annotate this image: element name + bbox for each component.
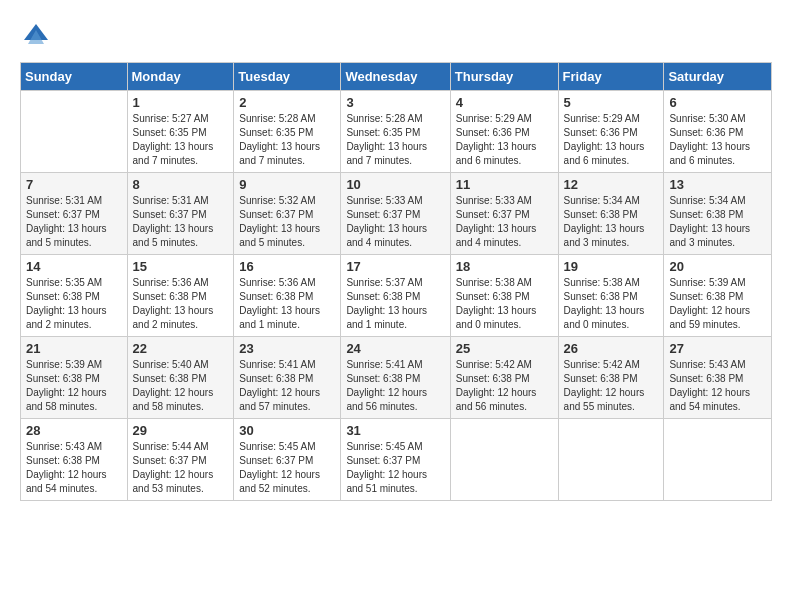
day-number: 6 bbox=[669, 95, 766, 110]
day-number: 10 bbox=[346, 177, 444, 192]
calendar-header-cell: Tuesday bbox=[234, 63, 341, 91]
day-number: 12 bbox=[564, 177, 659, 192]
calendar-header-cell: Friday bbox=[558, 63, 664, 91]
day-info: Sunrise: 5:31 AMSunset: 6:37 PMDaylight:… bbox=[26, 194, 122, 250]
calendar-cell: 22Sunrise: 5:40 AMSunset: 6:38 PMDayligh… bbox=[127, 337, 234, 419]
calendar-cell: 4Sunrise: 5:29 AMSunset: 6:36 PMDaylight… bbox=[450, 91, 558, 173]
calendar-cell: 2Sunrise: 5:28 AMSunset: 6:35 PMDaylight… bbox=[234, 91, 341, 173]
calendar-cell: 15Sunrise: 5:36 AMSunset: 6:38 PMDayligh… bbox=[127, 255, 234, 337]
day-number: 16 bbox=[239, 259, 335, 274]
day-info: Sunrise: 5:37 AMSunset: 6:38 PMDaylight:… bbox=[346, 276, 444, 332]
day-info: Sunrise: 5:44 AMSunset: 6:37 PMDaylight:… bbox=[133, 440, 229, 496]
calendar-header-cell: Thursday bbox=[450, 63, 558, 91]
day-info: Sunrise: 5:32 AMSunset: 6:37 PMDaylight:… bbox=[239, 194, 335, 250]
day-number: 25 bbox=[456, 341, 553, 356]
calendar-week-row: 14Sunrise: 5:35 AMSunset: 6:38 PMDayligh… bbox=[21, 255, 772, 337]
day-info: Sunrise: 5:29 AMSunset: 6:36 PMDaylight:… bbox=[456, 112, 553, 168]
calendar-cell: 17Sunrise: 5:37 AMSunset: 6:38 PMDayligh… bbox=[341, 255, 450, 337]
calendar-week-row: 1Sunrise: 5:27 AMSunset: 6:35 PMDaylight… bbox=[21, 91, 772, 173]
calendar-cell: 1Sunrise: 5:27 AMSunset: 6:35 PMDaylight… bbox=[127, 91, 234, 173]
page-header bbox=[20, 20, 772, 52]
day-info: Sunrise: 5:42 AMSunset: 6:38 PMDaylight:… bbox=[564, 358, 659, 414]
day-number: 24 bbox=[346, 341, 444, 356]
calendar-cell: 14Sunrise: 5:35 AMSunset: 6:38 PMDayligh… bbox=[21, 255, 128, 337]
day-info: Sunrise: 5:34 AMSunset: 6:38 PMDaylight:… bbox=[669, 194, 766, 250]
day-info: Sunrise: 5:38 AMSunset: 6:38 PMDaylight:… bbox=[564, 276, 659, 332]
day-number: 27 bbox=[669, 341, 766, 356]
day-info: Sunrise: 5:41 AMSunset: 6:38 PMDaylight:… bbox=[346, 358, 444, 414]
day-number: 3 bbox=[346, 95, 444, 110]
calendar-cell: 12Sunrise: 5:34 AMSunset: 6:38 PMDayligh… bbox=[558, 173, 664, 255]
day-info: Sunrise: 5:45 AMSunset: 6:37 PMDaylight:… bbox=[239, 440, 335, 496]
calendar-cell: 28Sunrise: 5:43 AMSunset: 6:38 PMDayligh… bbox=[21, 419, 128, 501]
day-number: 2 bbox=[239, 95, 335, 110]
calendar-table: SundayMondayTuesdayWednesdayThursdayFrid… bbox=[20, 62, 772, 501]
day-info: Sunrise: 5:45 AMSunset: 6:37 PMDaylight:… bbox=[346, 440, 444, 496]
calendar-cell: 30Sunrise: 5:45 AMSunset: 6:37 PMDayligh… bbox=[234, 419, 341, 501]
day-info: Sunrise: 5:38 AMSunset: 6:38 PMDaylight:… bbox=[456, 276, 553, 332]
day-info: Sunrise: 5:34 AMSunset: 6:38 PMDaylight:… bbox=[564, 194, 659, 250]
calendar-week-row: 21Sunrise: 5:39 AMSunset: 6:38 PMDayligh… bbox=[21, 337, 772, 419]
day-info: Sunrise: 5:43 AMSunset: 6:38 PMDaylight:… bbox=[26, 440, 122, 496]
calendar-cell: 20Sunrise: 5:39 AMSunset: 6:38 PMDayligh… bbox=[664, 255, 772, 337]
day-number: 5 bbox=[564, 95, 659, 110]
day-info: Sunrise: 5:31 AMSunset: 6:37 PMDaylight:… bbox=[133, 194, 229, 250]
calendar-cell: 6Sunrise: 5:30 AMSunset: 6:36 PMDaylight… bbox=[664, 91, 772, 173]
day-number: 28 bbox=[26, 423, 122, 438]
day-number: 1 bbox=[133, 95, 229, 110]
calendar-cell bbox=[450, 419, 558, 501]
calendar-cell: 29Sunrise: 5:44 AMSunset: 6:37 PMDayligh… bbox=[127, 419, 234, 501]
day-info: Sunrise: 5:40 AMSunset: 6:38 PMDaylight:… bbox=[133, 358, 229, 414]
day-number: 7 bbox=[26, 177, 122, 192]
day-info: Sunrise: 5:33 AMSunset: 6:37 PMDaylight:… bbox=[456, 194, 553, 250]
day-info: Sunrise: 5:43 AMSunset: 6:38 PMDaylight:… bbox=[669, 358, 766, 414]
calendar-cell bbox=[664, 419, 772, 501]
day-info: Sunrise: 5:39 AMSunset: 6:38 PMDaylight:… bbox=[669, 276, 766, 332]
calendar-cell bbox=[21, 91, 128, 173]
calendar-cell: 27Sunrise: 5:43 AMSunset: 6:38 PMDayligh… bbox=[664, 337, 772, 419]
calendar-cell: 7Sunrise: 5:31 AMSunset: 6:37 PMDaylight… bbox=[21, 173, 128, 255]
day-number: 19 bbox=[564, 259, 659, 274]
day-number: 21 bbox=[26, 341, 122, 356]
calendar-cell bbox=[558, 419, 664, 501]
calendar-cell: 18Sunrise: 5:38 AMSunset: 6:38 PMDayligh… bbox=[450, 255, 558, 337]
calendar-cell: 26Sunrise: 5:42 AMSunset: 6:38 PMDayligh… bbox=[558, 337, 664, 419]
calendar-week-row: 7Sunrise: 5:31 AMSunset: 6:37 PMDaylight… bbox=[21, 173, 772, 255]
calendar-cell: 16Sunrise: 5:36 AMSunset: 6:38 PMDayligh… bbox=[234, 255, 341, 337]
day-info: Sunrise: 5:41 AMSunset: 6:38 PMDaylight:… bbox=[239, 358, 335, 414]
day-number: 26 bbox=[564, 341, 659, 356]
calendar-header-cell: Wednesday bbox=[341, 63, 450, 91]
day-number: 13 bbox=[669, 177, 766, 192]
day-number: 14 bbox=[26, 259, 122, 274]
day-number: 20 bbox=[669, 259, 766, 274]
day-number: 17 bbox=[346, 259, 444, 274]
calendar-cell: 11Sunrise: 5:33 AMSunset: 6:37 PMDayligh… bbox=[450, 173, 558, 255]
calendar-cell: 13Sunrise: 5:34 AMSunset: 6:38 PMDayligh… bbox=[664, 173, 772, 255]
calendar-cell: 21Sunrise: 5:39 AMSunset: 6:38 PMDayligh… bbox=[21, 337, 128, 419]
day-info: Sunrise: 5:30 AMSunset: 6:36 PMDaylight:… bbox=[669, 112, 766, 168]
day-info: Sunrise: 5:28 AMSunset: 6:35 PMDaylight:… bbox=[239, 112, 335, 168]
day-number: 15 bbox=[133, 259, 229, 274]
logo bbox=[20, 20, 56, 52]
day-info: Sunrise: 5:36 AMSunset: 6:38 PMDaylight:… bbox=[239, 276, 335, 332]
calendar-cell: 19Sunrise: 5:38 AMSunset: 6:38 PMDayligh… bbox=[558, 255, 664, 337]
day-info: Sunrise: 5:42 AMSunset: 6:38 PMDaylight:… bbox=[456, 358, 553, 414]
day-info: Sunrise: 5:28 AMSunset: 6:35 PMDaylight:… bbox=[346, 112, 444, 168]
day-number: 18 bbox=[456, 259, 553, 274]
calendar-week-row: 28Sunrise: 5:43 AMSunset: 6:38 PMDayligh… bbox=[21, 419, 772, 501]
calendar-cell: 31Sunrise: 5:45 AMSunset: 6:37 PMDayligh… bbox=[341, 419, 450, 501]
calendar-header-cell: Sunday bbox=[21, 63, 128, 91]
day-number: 9 bbox=[239, 177, 335, 192]
calendar-cell: 8Sunrise: 5:31 AMSunset: 6:37 PMDaylight… bbox=[127, 173, 234, 255]
day-number: 23 bbox=[239, 341, 335, 356]
day-number: 29 bbox=[133, 423, 229, 438]
day-number: 22 bbox=[133, 341, 229, 356]
calendar-cell: 10Sunrise: 5:33 AMSunset: 6:37 PMDayligh… bbox=[341, 173, 450, 255]
day-number: 11 bbox=[456, 177, 553, 192]
calendar-cell: 23Sunrise: 5:41 AMSunset: 6:38 PMDayligh… bbox=[234, 337, 341, 419]
day-number: 8 bbox=[133, 177, 229, 192]
day-info: Sunrise: 5:39 AMSunset: 6:38 PMDaylight:… bbox=[26, 358, 122, 414]
calendar-cell: 3Sunrise: 5:28 AMSunset: 6:35 PMDaylight… bbox=[341, 91, 450, 173]
day-info: Sunrise: 5:36 AMSunset: 6:38 PMDaylight:… bbox=[133, 276, 229, 332]
calendar-header-cell: Saturday bbox=[664, 63, 772, 91]
